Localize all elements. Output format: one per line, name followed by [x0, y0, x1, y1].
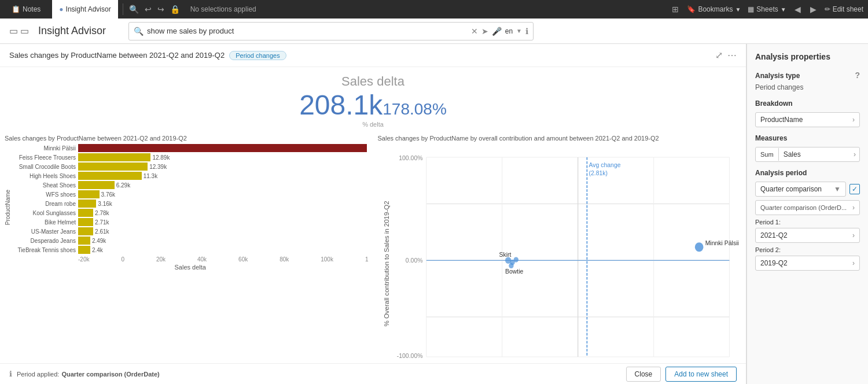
delta-values: 208.1k178.08% — [0, 89, 746, 121]
language-selector[interactable]: en — [505, 27, 513, 35]
svg-point-24 — [694, 242, 703, 252]
sheets-btn[interactable]: ▦ Sheets ▼ — [748, 5, 786, 13]
bar-container: 2.61k — [78, 227, 369, 235]
bar-row: Feiss Fleece Trousers12.89k — [12, 153, 369, 161]
scatter-svg: Avg change (2.81k) 100.00% 0.00% -100.00… — [378, 144, 742, 361]
bar-container: 12.39k — [78, 163, 369, 171]
main-area: Sales changes by ProductName between 202… — [0, 44, 868, 384]
x-axis-label: 60k — [238, 256, 248, 263]
clear-search-icon[interactable]: ✕ — [471, 27, 478, 36]
add-to-new-sheet-button[interactable]: Add to new sheet — [665, 367, 737, 382]
info-icon[interactable]: ℹ — [525, 27, 528, 36]
lock-icon[interactable]: 🔒 — [169, 3, 181, 15]
expand-icon[interactable]: ⤢ — [715, 50, 723, 61]
next-sheet-icon[interactable]: ▶ — [809, 3, 818, 15]
period-check-icon[interactable]: ✓ — [849, 184, 860, 194]
bar-row: Desperado Jeans2.49k — [12, 237, 369, 245]
bar-value: 12.39k — [149, 164, 167, 170]
bar — [78, 153, 150, 161]
bookmarks-chevron: ▼ — [735, 6, 741, 13]
bar — [78, 218, 93, 226]
lang-chevron: ▼ — [516, 28, 522, 34]
bar-container: 3.76k — [78, 190, 369, 198]
notes-tab-label: Notes — [23, 5, 41, 13]
bar-container: 6.29k — [78, 181, 369, 189]
redo-icon[interactable]: ↪ — [156, 3, 165, 15]
bar-value: 3.76k — [101, 191, 115, 198]
insight-tab-label: Insight Advisor — [66, 5, 111, 13]
help-icon[interactable]: ? — [855, 71, 860, 80]
bar-container: 12.89k — [78, 153, 369, 161]
period-badge: Period changes — [229, 51, 286, 60]
edit-icon: ✏ — [825, 5, 830, 13]
close-button[interactable]: Close — [626, 367, 661, 382]
svg-text:-100.00%: -100.00% — [396, 352, 422, 360]
notes-icon: 📋 — [12, 5, 20, 13]
period-select-row: Quarter comparison ▼ ✓ — [755, 182, 860, 197]
bar-value: 2.71k — [95, 219, 109, 226]
sheets-label: Sheets — [756, 5, 778, 13]
measures-row[interactable]: Sum Sales › — [755, 147, 860, 162]
analysis-type-section: Analysis type ? — [747, 67, 868, 82]
search-input[interactable] — [147, 27, 468, 35]
edit-sheet-btn[interactable]: ✏ Edit sheet — [825, 5, 863, 13]
prev-sheet-icon[interactable]: ◀ — [793, 3, 802, 15]
bar — [78, 190, 100, 198]
left-chart: Sales changes by ProductName between 202… — [0, 135, 373, 361]
tab-notes[interactable]: 📋 Notes — [5, 0, 47, 19]
sheets-icon: ▦ — [748, 5, 754, 13]
bar-container: 3.16k — [78, 200, 369, 208]
period2-value-row[interactable]: 2019-Q2 › — [755, 256, 860, 271]
svg-text:Avg change: Avg change — [589, 161, 620, 169]
left-panel-toggle[interactable]: ▭ ▭ — [9, 25, 29, 36]
grid-icon[interactable]: ⊞ — [671, 3, 680, 15]
bar-row: TieBreak Tennis shoes2.4k — [12, 246, 369, 254]
period-select-text: Quarter comparison — [760, 185, 822, 193]
more-options-icon[interactable]: ⋯ — [727, 50, 737, 61]
bottom-bar-actions: Close Add to new sheet — [626, 367, 737, 382]
measures-field: Sales — [779, 147, 850, 161]
bar — [78, 200, 96, 208]
charts-row: Sales changes by ProductName between 202… — [0, 132, 746, 363]
bar — [78, 209, 93, 217]
bar-row: High Heels Shoes11.3k — [12, 172, 369, 180]
measures-chevron: › — [850, 147, 859, 161]
bar-row: Small Crocodile Boots12.39k — [12, 163, 369, 171]
bar-row: Bike Helmet2.71k — [12, 218, 369, 226]
mic-icon[interactable]: 🎤 — [492, 27, 502, 36]
bar-label: High Heels Shoes — [12, 173, 76, 179]
x-axis-label: 80k — [279, 256, 289, 263]
bar-value: 3.16k — [98, 201, 112, 207]
insight-icon: ● — [59, 5, 63, 13]
left-chart-body: ProductName Minnki PälsiiFeiss Fleece Tr… — [5, 144, 369, 271]
bar-label: Sheat Shoes — [12, 182, 76, 189]
period-select[interactable]: Quarter comparison ▼ — [755, 182, 846, 197]
sales-delta-summary: Sales delta 208.1k178.08% % delta — [0, 67, 746, 132]
breakdown-label: Breakdown — [747, 95, 868, 110]
period2-value: 2019-Q2 — [760, 259, 788, 267]
breakdown-item[interactable]: ProductName › — [755, 112, 860, 127]
bookmarks-btn[interactable]: 🔖 Bookmarks ▼ — [687, 5, 741, 13]
search-icon[interactable]: 🔍 — [128, 3, 140, 15]
send-icon[interactable]: ➤ — [481, 27, 488, 36]
delta-value: 208.1k — [299, 90, 382, 120]
right-chart: Sales changes by ProductName by overall … — [373, 135, 746, 361]
panel-icon-2: ▭ — [20, 25, 29, 36]
delta-sub: % delta — [0, 121, 746, 128]
bar-value: 2.61k — [95, 228, 109, 235]
search-bar[interactable]: 🔍 ✕ ➤ 🎤 en ▼ ℹ — [128, 22, 534, 40]
analysis-type-value: Period changes — [747, 82, 868, 95]
delta-pct: 178.08% — [382, 100, 447, 118]
svg-text:(2.81k): (2.81k) — [589, 169, 608, 177]
page-title: Insight Advisor — [38, 25, 119, 37]
period1-value-row[interactable]: 2021-Q2 › — [755, 228, 860, 243]
bar-label: Kool Sunglasses — [12, 210, 76, 216]
center-panel: Sales changes by ProductName between 202… — [0, 44, 746, 384]
x-axis-label: 100k — [321, 256, 333, 263]
period-sub-item[interactable]: Quarter comparison (OrderD... › — [755, 200, 860, 215]
bar-container: 2.4k — [78, 246, 369, 254]
undo-icon[interactable]: ↩ — [144, 3, 153, 15]
sheets-chevron: ▼ — [781, 6, 786, 13]
period1-value: 2021-Q2 — [760, 231, 788, 239]
tab-insight-advisor[interactable]: ● Insight Advisor — [52, 0, 117, 19]
